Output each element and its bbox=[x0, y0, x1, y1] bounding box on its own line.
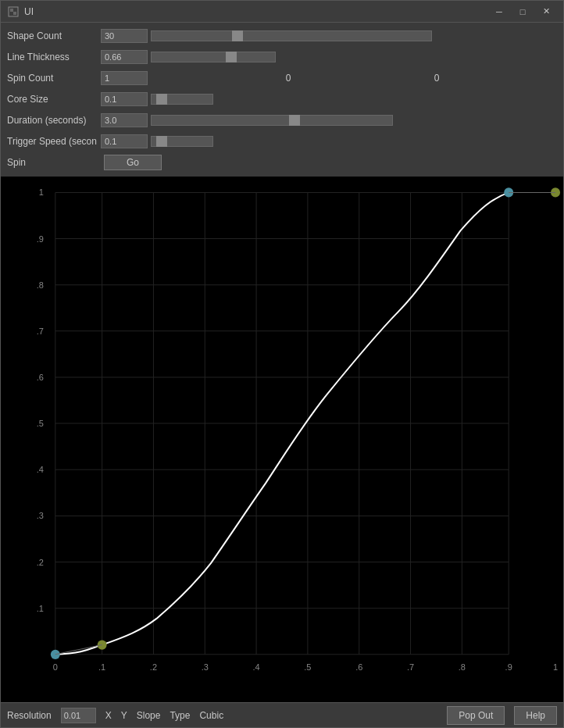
chart-svg: 1 .9 .8 .7 .6 .5 .4 .3 .2 .1 0 .1 .2 .3 … bbox=[1, 177, 563, 702]
line-thickness-slider[interactable] bbox=[151, 52, 276, 62]
maximize-button[interactable]: □ bbox=[512, 3, 534, 20]
bottom-bar: Resolution X Y Slope Type Cubic Pop Out … bbox=[1, 702, 563, 727]
shape-count-label: Shape Count bbox=[7, 30, 101, 41]
core-size-slider[interactable] bbox=[151, 94, 213, 105]
spin-row: Spin Go bbox=[7, 152, 557, 173]
type-label: Type bbox=[170, 710, 190, 721]
svg-text:1: 1 bbox=[39, 187, 44, 197]
shape-count-slider[interactable] bbox=[151, 30, 432, 41]
core-size-row: Core Size bbox=[7, 89, 557, 109]
svg-text:.8: .8 bbox=[37, 280, 44, 290]
type-value: Cubic bbox=[199, 710, 223, 721]
core-size-label: Core Size bbox=[7, 94, 101, 105]
chart-area: 1 .9 .8 .7 .6 .5 .4 .3 .2 .1 0 .1 .2 .3 … bbox=[1, 177, 563, 702]
shape-count-input[interactable] bbox=[101, 29, 148, 43]
main-window: UI ─ □ ✕ Shape Count Line Thickness Spin… bbox=[0, 0, 564, 728]
slope-label: Slope bbox=[137, 710, 161, 721]
help-button[interactable]: Help bbox=[514, 706, 557, 725]
svg-text:.3: .3 bbox=[37, 511, 44, 520]
app-icon bbox=[7, 5, 20, 18]
svg-text:.8: .8 bbox=[459, 662, 466, 672]
line-thickness-label: Line Thickness bbox=[7, 52, 101, 62]
close-button[interactable]: ✕ bbox=[535, 3, 557, 20]
controls-panel: Shape Count Line Thickness Spin Count 0 … bbox=[1, 23, 563, 177]
spin-count-val2: 0 bbox=[421, 73, 452, 84]
core-size-input[interactable] bbox=[101, 92, 148, 106]
svg-line-45 bbox=[55, 645, 102, 655]
svg-text:.1: .1 bbox=[98, 662, 105, 672]
shape-count-row: Shape Count bbox=[7, 26, 557, 46]
x-label: X bbox=[105, 710, 112, 721]
go-button[interactable]: Go bbox=[104, 155, 162, 170]
trigger-speed-slider[interactable] bbox=[151, 136, 213, 147]
line-thickness-row: Line Thickness bbox=[7, 47, 557, 67]
resolution-input[interactable] bbox=[61, 708, 96, 723]
minimize-button[interactable]: ─ bbox=[488, 3, 510, 20]
svg-text:.5: .5 bbox=[304, 662, 311, 672]
duration-row: Duration (seconds) bbox=[7, 110, 557, 130]
window-controls: ─ □ ✕ bbox=[488, 3, 557, 20]
trigger-speed-input[interactable] bbox=[101, 134, 148, 148]
duration-input[interactable] bbox=[101, 113, 148, 127]
svg-text:.5: .5 bbox=[37, 419, 44, 428]
spin-count-label: Spin Count bbox=[7, 73, 101, 84]
svg-text:.3: .3 bbox=[202, 662, 209, 672]
svg-text:.2: .2 bbox=[37, 558, 44, 567]
resolution-label: Resolution bbox=[7, 710, 52, 721]
svg-text:.2: .2 bbox=[150, 662, 157, 672]
svg-text:.6: .6 bbox=[355, 662, 362, 672]
duration-label: Duration (seconds) bbox=[7, 115, 101, 126]
line-thickness-input[interactable] bbox=[101, 50, 148, 64]
svg-rect-1 bbox=[10, 9, 13, 12]
svg-text:.4: .4 bbox=[253, 662, 260, 672]
svg-text:0: 0 bbox=[53, 662, 58, 672]
spin-label: Spin bbox=[7, 157, 101, 168]
svg-text:1: 1 bbox=[553, 662, 558, 672]
y-label: Y bbox=[121, 710, 127, 721]
spin-count-val1: 0 bbox=[273, 73, 304, 84]
svg-text:.4: .4 bbox=[37, 465, 44, 474]
duration-slider[interactable] bbox=[151, 115, 393, 126]
titlebar: UI ─ □ ✕ bbox=[1, 1, 563, 23]
pop-out-button[interactable]: Pop Out bbox=[447, 706, 505, 725]
svg-text:.1: .1 bbox=[37, 604, 44, 613]
spin-count-input[interactable] bbox=[101, 71, 148, 85]
svg-text:.7: .7 bbox=[407, 662, 414, 672]
svg-text:.9: .9 bbox=[505, 662, 512, 672]
trigger-speed-label: Trigger Speed (secon bbox=[7, 136, 101, 147]
window-title: UI bbox=[24, 6, 488, 17]
svg-text:.7: .7 bbox=[37, 327, 44, 336]
svg-text:.9: .9 bbox=[37, 234, 44, 244]
trigger-speed-row: Trigger Speed (secon bbox=[7, 131, 557, 152]
svg-rect-2 bbox=[13, 12, 16, 15]
svg-text:.6: .6 bbox=[37, 373, 44, 382]
spin-count-row: Spin Count 0 0 bbox=[7, 68, 557, 88]
